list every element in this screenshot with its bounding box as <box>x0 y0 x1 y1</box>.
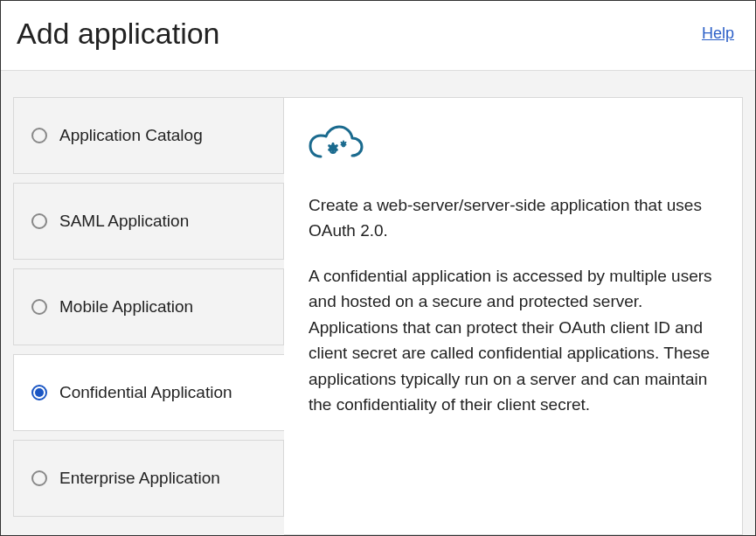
option-saml-application[interactable]: SAML Application <box>13 183 284 260</box>
radio-icon <box>31 128 47 143</box>
option-label: Confidential Application <box>59 383 232 402</box>
page-title: Add application <box>17 17 220 51</box>
option-label: Mobile Application <box>59 297 193 317</box>
help-link[interactable]: Help <box>702 24 734 43</box>
dialog-body: Application Catalog SAML Application Mob… <box>1 71 755 535</box>
option-label: Enterprise Application <box>59 469 220 488</box>
radio-icon <box>31 385 47 400</box>
option-confidential-application[interactable]: Confidential Application <box>13 354 284 431</box>
radio-icon <box>31 213 47 229</box>
dialog-header: Add application Help <box>1 1 755 71</box>
radio-icon <box>31 299 47 315</box>
add-application-dialog: Add application Help Application Catalog… <box>0 0 756 536</box>
option-application-catalog[interactable]: Application Catalog <box>13 97 284 174</box>
detail-intro-text: Create a web-server/server-side applicat… <box>309 192 718 244</box>
radio-icon <box>31 470 47 486</box>
option-enterprise-application[interactable]: Enterprise Application <box>13 440 284 517</box>
option-label: Application Catalog <box>59 126 203 145</box>
option-mobile-application[interactable]: Mobile Application <box>13 268 284 345</box>
option-label: SAML Application <box>59 212 189 231</box>
detail-panel: Create a web-server/server-side applicat… <box>284 97 743 535</box>
cloud-gear-icon <box>309 124 718 175</box>
detail-description-text: A confidential application is accessed b… <box>309 263 718 418</box>
application-type-list: Application Catalog SAML Application Mob… <box>1 97 284 535</box>
